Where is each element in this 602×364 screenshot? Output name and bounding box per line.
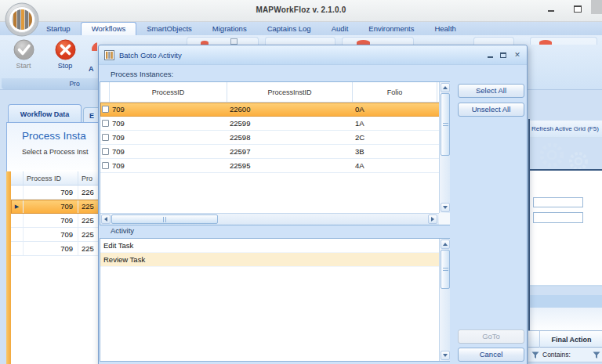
tab-smartobjects[interactable]: SmartObjects xyxy=(136,22,202,35)
tab-captains-log[interactable]: Captains Log xyxy=(257,22,321,35)
app-logo-icon[interactable] xyxy=(5,2,39,37)
stop-button[interactable]: Stop xyxy=(45,37,85,77)
tab-workflows[interactable]: Workflows xyxy=(81,22,137,35)
tab-health[interactable]: Health xyxy=(424,22,466,35)
tab-migrations[interactable]: Migrations xyxy=(202,22,257,35)
checkbox-cell xyxy=(100,103,110,116)
final-action-column-header[interactable]: Final Action xyxy=(528,330,602,348)
instances-horizontal-scrollbar[interactable] xyxy=(100,213,439,225)
scroll-left-button[interactable] xyxy=(101,214,111,224)
row-indicator xyxy=(11,214,24,227)
column-header-processid[interactable]: ProcessID xyxy=(110,82,227,102)
process-grid-row[interactable]: 709225 xyxy=(11,228,105,242)
arrow-up-icon xyxy=(443,86,448,89)
activity-item[interactable]: Edit Task xyxy=(100,239,449,253)
dialog-close-button[interactable]: ✕ xyxy=(512,50,523,59)
instance-row[interactable]: 709225954A xyxy=(100,159,449,173)
activity-item[interactable]: Review Task xyxy=(100,253,449,267)
row-checkbox[interactable] xyxy=(102,134,109,141)
cell-folio: 3B xyxy=(353,145,437,158)
scrollbar-thumb[interactable] xyxy=(441,93,450,156)
column-header-folio[interactable]: Folio xyxy=(353,82,437,102)
activity-vertical-scrollbar[interactable] xyxy=(439,239,450,361)
batch-goto-activity-dialog: Batch Goto Activity ✕ Process Instances:… xyxy=(98,45,528,364)
row-checkbox[interactable] xyxy=(102,120,109,127)
grid-filter-row[interactable]: Contains: xyxy=(528,348,602,362)
process-grid-row[interactable]: 709225 xyxy=(11,242,105,256)
process-instances-label: Process Instances: xyxy=(111,70,173,78)
cell-processid: 709 xyxy=(110,145,227,158)
activity-list-items: Edit TaskReview Task xyxy=(100,239,449,267)
dialog-grid-icon xyxy=(104,50,114,60)
row-indicator xyxy=(11,228,24,241)
instance-row[interactable]: 709225973B xyxy=(100,145,449,159)
checkbox-cell xyxy=(100,131,110,144)
instance-row[interactable]: 709225991A xyxy=(100,117,449,131)
contains-filter-label: Contains: xyxy=(542,348,571,362)
minimize-button[interactable] xyxy=(544,3,558,14)
tab-environments[interactable]: Environments xyxy=(358,22,424,35)
instance-row[interactable]: 709225982C xyxy=(100,131,449,145)
row-indicator xyxy=(11,242,24,255)
cell-processid: 709 xyxy=(110,131,227,144)
right-panel-input-1[interactable] xyxy=(533,197,583,207)
cancel-button[interactable]: Cancel xyxy=(458,348,524,362)
maximize-icon xyxy=(574,5,582,13)
arrow-up-icon xyxy=(443,243,448,246)
right-panel-input-2[interactable] xyxy=(533,212,583,223)
scrollbar-thumb[interactable] xyxy=(441,250,450,289)
close-icon: ✕ xyxy=(514,51,520,59)
toolbar-button-partial xyxy=(473,37,514,45)
activity-list: Edit TaskReview Task xyxy=(100,238,450,362)
page-title: Process Insta xyxy=(22,130,86,142)
select-all-button[interactable]: Select All xyxy=(458,84,524,98)
arrow-down-icon xyxy=(443,206,448,209)
filter-funnel-icon[interactable] xyxy=(531,351,539,359)
row-checkbox[interactable] xyxy=(102,148,109,155)
stop-button-label: Stop xyxy=(45,62,85,70)
dialog-maximize-button[interactable] xyxy=(498,50,509,59)
scroll-up-button[interactable] xyxy=(441,83,450,92)
instances-vertical-scrollbar[interactable] xyxy=(439,82,450,213)
tab-audit[interactable]: Audit xyxy=(321,22,359,35)
process-grid-row[interactable]: 709226 xyxy=(11,186,105,200)
instances-table-header: ProcessID ProcessInstID Folio xyxy=(100,82,449,103)
tab-startup[interactable]: Startup xyxy=(36,22,81,35)
row-checkbox[interactable] xyxy=(102,106,109,113)
goto-button[interactable]: GoTo xyxy=(458,330,524,344)
dialog-titlebar[interactable]: Batch Goto Activity ✕ xyxy=(99,45,527,65)
column-header-processinstid[interactable]: ProcessInstID xyxy=(227,82,353,102)
maximize-button[interactable] xyxy=(571,3,585,14)
scroll-down-button[interactable] xyxy=(441,203,450,212)
cell-processinstid: 22598 xyxy=(227,131,353,144)
instance-row[interactable]: 709226000A xyxy=(100,103,449,117)
checkbox-cell xyxy=(100,159,110,172)
divider xyxy=(530,285,602,287)
row-band xyxy=(530,295,602,308)
process-grid-row[interactable]: ▶709225 xyxy=(11,200,105,214)
unselect-all-button[interactable]: Unselect All xyxy=(458,103,524,117)
refresh-active-grid-button[interactable]: Refresh Active Grid (F5) xyxy=(530,121,602,138)
cell-processid: 709 xyxy=(110,103,227,116)
checkbox-column-header xyxy=(100,82,110,102)
close-button-partial[interactable] xyxy=(591,0,602,14)
start-button[interactable]: Start xyxy=(4,37,43,77)
ribbon-tab-bar: StartupWorkflowsSmartObjectsMigrationsCa… xyxy=(36,22,466,35)
scroll-right-button[interactable] xyxy=(428,214,437,224)
scrollbar-thumb[interactable] xyxy=(111,214,218,224)
stop-x-icon xyxy=(55,39,76,60)
scroll-up-button[interactable] xyxy=(441,240,450,249)
process-grid-row[interactable]: 709225 xyxy=(11,214,105,228)
process-grid: Process ID Pro 709226▶709225709225709225… xyxy=(11,171,105,364)
cell-folio: 1A xyxy=(353,117,437,130)
column-header-process-id[interactable]: Process ID xyxy=(24,171,78,185)
toolbar-icon-partial xyxy=(230,38,238,45)
cell-folio: 4A xyxy=(353,159,437,172)
tab-workflow-data[interactable]: Workflow Data xyxy=(8,104,82,123)
row-checkbox[interactable] xyxy=(102,162,109,169)
cell-processinstid: 22595 xyxy=(227,159,353,172)
dialog-minimize-button[interactable] xyxy=(484,50,495,59)
cell-process-id: 709 xyxy=(24,242,78,255)
scroll-down-button[interactable] xyxy=(441,351,450,360)
filter-funnel-icon[interactable] xyxy=(593,351,600,359)
